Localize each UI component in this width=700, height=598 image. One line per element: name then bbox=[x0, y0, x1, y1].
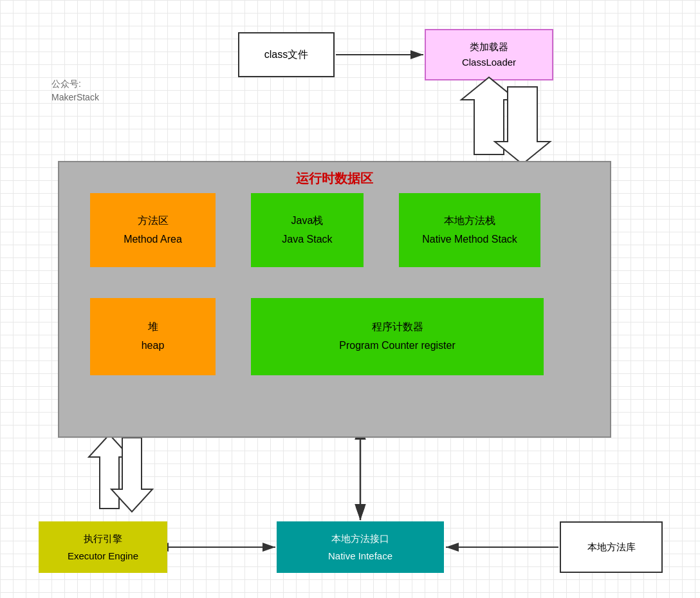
classloader-line2: ClassLoader bbox=[462, 55, 516, 70]
pc-register-box: 程序计数器 Program Counter register bbox=[251, 298, 544, 375]
native-interface-line1: 本地方法接口 bbox=[331, 530, 389, 547]
pc-register-line1: 程序计数器 bbox=[372, 318, 423, 337]
big-arrow-up bbox=[461, 77, 517, 154]
method-area-line2: Method Area bbox=[124, 230, 182, 249]
class-file-label: class文件 bbox=[264, 48, 308, 62]
native-lib-box: 本地方法库 bbox=[560, 521, 663, 573]
native-lib-label: 本地方法库 bbox=[587, 541, 636, 554]
class-file-box: class文件 bbox=[238, 32, 335, 77]
method-area-line1: 方法区 bbox=[138, 212, 169, 230]
heap-box: 堆 heap bbox=[90, 298, 216, 375]
executor-line1: 执行引擎 bbox=[84, 530, 122, 547]
native-stack-line1: 本地方法栈 bbox=[444, 212, 495, 230]
executor-box: 执行引擎 Executor Engine bbox=[39, 521, 167, 573]
big-arrow-down bbox=[495, 87, 550, 164]
heap-line2: heap bbox=[142, 337, 165, 355]
java-stack-line1: Java栈 bbox=[291, 212, 324, 230]
heap-line1: 堆 bbox=[148, 318, 158, 337]
classloader-box: 类加载器 ClassLoader bbox=[425, 29, 553, 80]
native-interface-box: 本地方法接口 Native Inteface bbox=[277, 521, 444, 573]
method-area-box: 方法区 Method Area bbox=[90, 193, 216, 267]
java-stack-box: Java栈 Java Stack bbox=[251, 193, 364, 267]
big-arrow-down-bottom bbox=[111, 438, 152, 512]
native-stack-box: 本地方法栈 Native Method Stack bbox=[399, 193, 540, 267]
big-arrow-up-bottom bbox=[89, 434, 130, 509]
native-interface-line2: Native Inteface bbox=[328, 547, 392, 565]
runtime-title: 运行时数据区 bbox=[59, 162, 610, 187]
native-stack-line2: Native Method Stack bbox=[422, 230, 517, 249]
watermark: 公众号: MakerStack bbox=[51, 77, 99, 104]
java-stack-line2: Java Stack bbox=[282, 230, 332, 249]
pc-register-line2: Program Counter register bbox=[339, 337, 456, 355]
classloader-line1: 类加载器 bbox=[470, 39, 508, 55]
executor-line2: Executor Engine bbox=[68, 547, 138, 565]
